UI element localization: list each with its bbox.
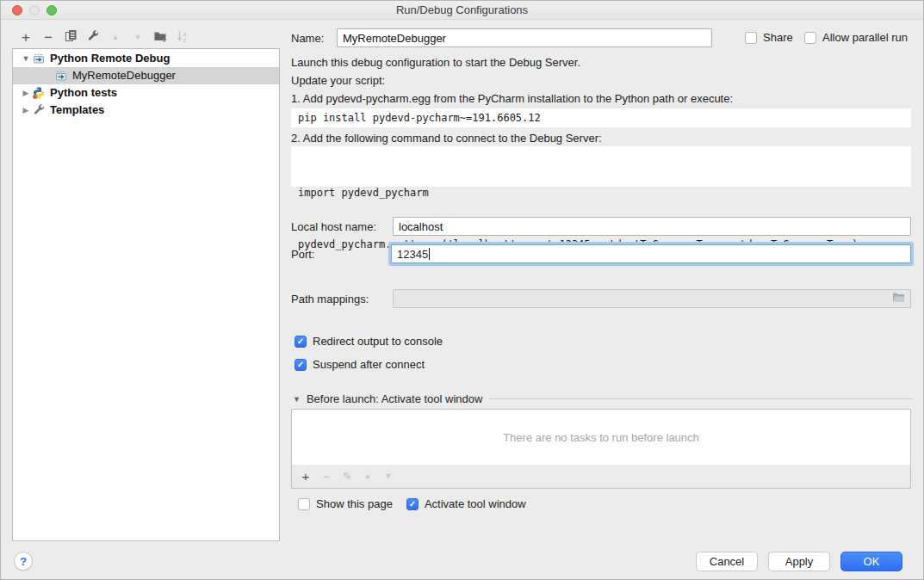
move-down-button[interactable]: ▼ bbox=[127, 27, 149, 47]
remove-task-button[interactable]: − bbox=[316, 467, 337, 486]
pip-install-code: pip install pydevd-pycharm~=191.6605.12 bbox=[291, 108, 911, 127]
intro-text: Launch this debug configuration to start… bbox=[291, 56, 580, 69]
port-input[interactable]: 12345 bbox=[391, 244, 911, 263]
port-label: Port: bbox=[291, 248, 314, 261]
check-icon: ✓ bbox=[297, 337, 304, 346]
name-input[interactable] bbox=[337, 28, 712, 47]
share-checkbox-label: Share bbox=[763, 31, 793, 44]
allow-parallel-run-label: Allow parallel run bbox=[822, 31, 908, 44]
folder-plus-icon bbox=[153, 29, 167, 46]
redirect-output-checkbox[interactable]: ✓ Redirect output to console bbox=[295, 335, 443, 348]
suspend-after-connect-checkbox[interactable]: ✓ Suspend after connect bbox=[295, 358, 425, 371]
tree-item-label: Templates bbox=[50, 102, 104, 119]
move-task-up-button[interactable]: ▲ bbox=[357, 467, 378, 486]
suspend-after-connect-label: Suspend after connect bbox=[313, 358, 425, 371]
run-config-icon bbox=[32, 52, 46, 65]
port-value: 12345 bbox=[397, 248, 428, 261]
wrench-icon bbox=[86, 29, 100, 46]
minus-icon: − bbox=[44, 30, 53, 45]
arrow-down-icon: ▼ bbox=[134, 34, 142, 41]
svg-text:z: z bbox=[183, 36, 187, 43]
minus-icon: − bbox=[323, 469, 331, 484]
remove-configuration-button[interactable]: − bbox=[37, 27, 59, 47]
empty-task-list-text: There are no tasks to run before launch bbox=[503, 431, 699, 444]
arrow-up-icon: ▲ bbox=[112, 34, 120, 41]
step2-text: 2. Add the following command to connect … bbox=[291, 132, 602, 145]
arrow-up-icon: ▲ bbox=[364, 472, 372, 480]
tree-item-python-tests[interactable]: ▶ Python tests bbox=[13, 84, 279, 102]
checkbox-checked-icon[interactable]: ✓ bbox=[406, 498, 419, 510]
redirect-output-label: Redirect output to console bbox=[313, 335, 443, 348]
apply-button[interactable]: Apply bbox=[768, 552, 830, 571]
titlebar[interactable]: Run/Debug Configurations bbox=[1, 1, 923, 20]
name-label: Name: bbox=[291, 32, 324, 45]
help-button[interactable]: ? bbox=[14, 552, 33, 571]
configurations-toolbar: + − ▲ ▼ az bbox=[15, 27, 194, 47]
plus-icon: + bbox=[22, 30, 30, 45]
chevron-down-icon[interactable]: ▼ bbox=[20, 50, 32, 67]
tree-item-python-remote-debug[interactable]: ▼ Python Remote Debug bbox=[13, 50, 279, 67]
sort-configurations-button[interactable]: az bbox=[171, 27, 194, 47]
path-mappings-label: Path mappings: bbox=[291, 293, 369, 305]
configurations-tree[interactable]: ▼ Python Remote Debug MyRemoteDebugger ▶… bbox=[12, 48, 280, 541]
tree-item-templates[interactable]: ▶ Templates bbox=[13, 102, 279, 119]
activate-tool-window-checkbox[interactable]: ✓ Activate tool window bbox=[406, 497, 526, 510]
cancel-button[interactable]: Cancel bbox=[696, 552, 758, 571]
tree-item-label: Python tests bbox=[50, 84, 117, 102]
question-mark-icon: ? bbox=[20, 555, 27, 568]
move-task-down-button[interactable]: ▼ bbox=[378, 467, 399, 486]
python-tests-icon bbox=[32, 86, 46, 100]
show-this-page-label: Show this page bbox=[316, 497, 393, 510]
wrench-icon bbox=[32, 103, 46, 117]
before-launch-title: Before launch: Activate tool window bbox=[307, 392, 483, 405]
window-title: Run/Debug Configurations bbox=[1, 3, 923, 16]
allow-parallel-run-checkbox[interactable]: Allow parallel run bbox=[804, 31, 908, 44]
tree-item-label: MyRemoteDebugger bbox=[72, 67, 176, 84]
arrow-down-icon: ▼ bbox=[385, 472, 393, 480]
sort-az-icon: az bbox=[176, 29, 189, 46]
local-host-name-input[interactable] bbox=[393, 217, 911, 236]
chevron-right-icon[interactable]: ▶ bbox=[20, 84, 32, 102]
task-list-toolbar: + − ✎ ▲ ▼ bbox=[291, 465, 911, 489]
path-mappings-input bbox=[393, 289, 911, 308]
chevron-down-icon[interactable]: ▼ bbox=[293, 395, 301, 404]
settrace-code-line1: import pydevd_pycharm bbox=[298, 184, 904, 201]
move-up-button[interactable]: ▲ bbox=[104, 27, 127, 47]
edit-task-button[interactable]: ✎ bbox=[337, 467, 357, 486]
checkbox-checked-icon[interactable]: ✓ bbox=[295, 336, 307, 348]
dialog-buttons: Cancel Apply OK bbox=[696, 552, 902, 571]
copy-configuration-button[interactable] bbox=[59, 27, 82, 47]
ok-button[interactable]: OK bbox=[840, 552, 902, 571]
chevron-right-icon[interactable]: ▶ bbox=[20, 102, 32, 119]
share-checkbox[interactable]: Share bbox=[745, 31, 793, 44]
check-icon: ✓ bbox=[297, 361, 304, 369]
run-config-icon bbox=[54, 69, 68, 83]
before-launch-task-list[interactable]: There are no tasks to run before launch bbox=[291, 409, 911, 466]
check-icon: ✓ bbox=[409, 500, 416, 509]
checkbox-unchecked-icon[interactable] bbox=[804, 32, 816, 44]
add-task-button[interactable]: + bbox=[295, 467, 316, 486]
checkbox-unchecked-icon[interactable] bbox=[298, 498, 310, 510]
add-configuration-button[interactable]: + bbox=[15, 27, 37, 47]
new-folder-button[interactable] bbox=[149, 27, 171, 47]
text-caret bbox=[429, 248, 430, 260]
local-host-name-label: Local host name: bbox=[291, 220, 376, 233]
edit-templates-button[interactable] bbox=[82, 27, 104, 47]
plus-icon: + bbox=[302, 469, 310, 484]
run-debug-configurations-dialog: Run/Debug Configurations + − ▲ ▼ bbox=[0, 0, 924, 580]
pencil-icon: ✎ bbox=[343, 469, 352, 484]
show-this-page-checkbox[interactable]: Show this page bbox=[298, 497, 393, 510]
page-options-row: Show this page ✓ Activate tool window bbox=[298, 497, 526, 510]
duplicate-icon bbox=[65, 29, 78, 45]
checkbox-checked-icon[interactable]: ✓ bbox=[295, 359, 307, 371]
update-script-text: Update your script: bbox=[291, 74, 385, 87]
before-launch-section-header[interactable]: ▼ Before launch: Activate tool window bbox=[293, 392, 913, 405]
section-divider bbox=[489, 398, 913, 399]
browse-folder-icon[interactable] bbox=[892, 292, 906, 306]
checkbox-unchecked-icon[interactable] bbox=[745, 32, 757, 44]
step1-text: 1. Add pydevd-pycharm.egg from the PyCha… bbox=[291, 92, 733, 105]
tree-item-label: Python Remote Debug bbox=[50, 50, 170, 67]
tree-item-myremotedebugger[interactable]: MyRemoteDebugger bbox=[13, 67, 279, 84]
activate-tool-window-label: Activate tool window bbox=[425, 497, 526, 510]
settrace-code: import pydevd_pycharm pydevd_pycharm.set… bbox=[291, 146, 911, 187]
